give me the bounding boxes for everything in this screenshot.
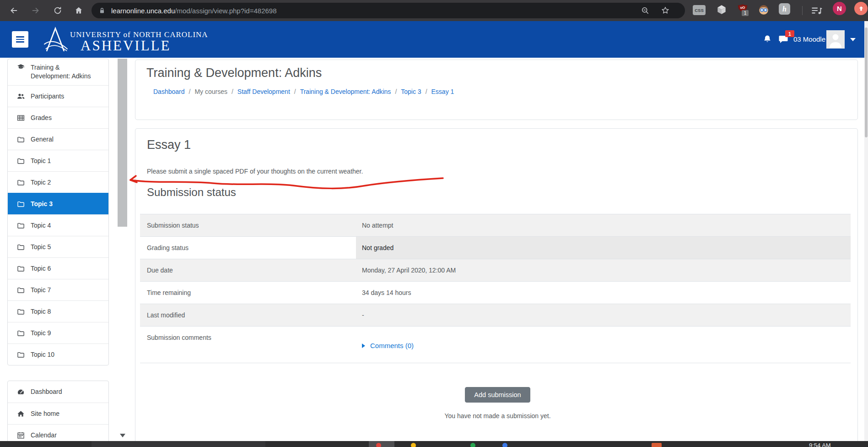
home-icon (17, 410, 25, 418)
sidebar-item-topic-10[interactable]: Topic 10 (8, 343, 108, 365)
svg-text:uO: uO (740, 5, 745, 10)
face-glasses-extension-icon[interactable] (757, 3, 770, 16)
sidebar-item-label: Site home (31, 409, 59, 418)
users-icon (17, 93, 25, 100)
bookmark-star-icon[interactable] (661, 6, 670, 15)
folder-icon (17, 222, 25, 229)
drawer-scrollbar-thumb[interactable] (118, 59, 127, 227)
folder-icon (17, 265, 25, 273)
add-submission-button[interactable]: Add submission (465, 387, 530, 403)
reload-icon[interactable] (50, 3, 65, 18)
update-arrow-icon[interactable] (854, 2, 868, 15)
row-value: Monday, 27 April 2020, 12:00 AM (356, 259, 851, 281)
triangle-right-icon (362, 343, 365, 348)
sidebar-item-label: Topic 4 (31, 221, 51, 230)
sidebar-item-dashboard[interactable]: Dashboard (8, 381, 108, 403)
no-submission-note: You have not made a submission yet. (147, 412, 848, 420)
sidebar-item-label: Topic 10 (31, 350, 54, 359)
hamburger-menu-button[interactable] (12, 31, 28, 48)
drawer-scroll-down-icon[interactable] (120, 434, 125, 437)
zoom-out-icon[interactable] (641, 6, 650, 15)
breadcrumb-item-dashboard[interactable]: Dashboard (153, 88, 185, 95)
sidebar-item-topic-2[interactable]: Topic 2 (8, 171, 108, 193)
button-row: Add submission (147, 387, 848, 403)
sidebar-item-topic-3[interactable]: Topic 3 (8, 193, 108, 214)
row-label: Submission status (140, 214, 356, 236)
sidebar-item-topic-1[interactable]: Topic 1 (8, 150, 108, 171)
toolbar-separator (802, 6, 803, 15)
sidebar-item-participants[interactable]: Participants (8, 85, 108, 107)
row-label: Due date (140, 259, 356, 281)
forward-icon[interactable] (28, 3, 43, 18)
browser-profile-avatar[interactable]: N (833, 2, 846, 15)
unca-logo-icon (43, 26, 69, 54)
sidebar-item-label: Participants (31, 92, 64, 101)
drawer-scrollbar[interactable] (118, 58, 127, 441)
assignment-description: Please submit a single spaced PDF of you… (147, 168, 848, 175)
folder-icon (17, 200, 25, 208)
sidebar-item-topic-5[interactable]: Topic 5 (8, 236, 108, 257)
taskbar-clock[interactable]: 9:54 AM (809, 442, 831, 447)
sidebar-item-label: Topic 1 (31, 157, 51, 165)
sidebar-item-label: Grades (31, 114, 52, 122)
graduation-cap-icon (17, 63, 25, 71)
playlist-queue-icon[interactable] (810, 5, 823, 16)
brand-campus: ASHEVILLE (81, 38, 171, 54)
grid-table-icon (17, 114, 25, 122)
taskbar-app-icon[interactable] (470, 443, 475, 447)
table-row-submission-status: Submission statusNo attempt (140, 214, 851, 237)
table-row-submission-comments: Submission commentsComments (0) (140, 327, 851, 363)
taskbar-active-app-tile[interactable] (369, 441, 394, 447)
taskbar-app-icon[interactable] (502, 443, 507, 447)
home-icon[interactable] (71, 3, 86, 18)
row-value: 34 days 14 hours (356, 282, 851, 304)
os-taskbar: 9:54 AM (0, 441, 868, 447)
taskbar-app-icon[interactable] (376, 443, 381, 447)
folder-icon (17, 243, 25, 251)
breadcrumb-separator: / (189, 88, 191, 95)
sidebar-item-general[interactable]: General (8, 128, 108, 150)
user-name[interactable]: 03 Moodle (793, 35, 825, 43)
assignment-title: Essay 1 (147, 138, 848, 152)
folder-icon (17, 329, 25, 337)
back-icon[interactable] (6, 3, 21, 18)
sidebar-item-topic-7[interactable]: Topic 7 (8, 279, 108, 300)
breadcrumb-item-staff-development[interactable]: Staff Development (237, 88, 290, 95)
taskbar-segment (92, 441, 265, 447)
comments-link[interactable]: Comments (0) (362, 342, 414, 349)
breadcrumb-item-training-development-adkins[interactable]: Training & Development: Adkins (300, 88, 391, 95)
sidebar-item-grades[interactable]: Grades (8, 107, 108, 128)
row-label: Last modified (140, 304, 356, 326)
folder-icon (17, 157, 25, 165)
sidebar-item-label: Training &Development: Adkins (31, 63, 91, 81)
page-scrollbar[interactable] (864, 21, 868, 441)
folder-icon (17, 351, 25, 359)
table-row-due-date: Due dateMonday, 27 April 2020, 12:00 AM (140, 259, 851, 282)
user-avatar[interactable] (826, 30, 845, 49)
breadcrumb-item-topic-3[interactable]: Topic 3 (401, 88, 421, 95)
taskbar-app-icon[interactable] (652, 443, 662, 447)
css-extension-icon[interactable]: CSS (693, 5, 706, 15)
breadcrumb-separator: / (395, 88, 397, 95)
sidebar-item-training-development-adkins[interactable]: Training &Development: Adkins (8, 59, 108, 85)
submission-status-heading: Submission status (147, 186, 848, 199)
taskbar-app-icon[interactable] (411, 443, 416, 447)
row-label: Time remaining (140, 282, 356, 304)
page-title: Training & Development: Adkins (146, 66, 857, 80)
breadcrumb-separator: / (232, 88, 233, 95)
breadcrumb-item-essay-1[interactable]: Essay 1 (431, 88, 454, 95)
sidebar-item-site-home[interactable]: Site home (8, 403, 108, 424)
notifications-bell-icon[interactable] (762, 34, 773, 45)
sidebar-item-topic-8[interactable]: Topic 8 (8, 300, 108, 322)
sidebar-item-label: Dashboard (31, 387, 62, 396)
address-bar[interactable]: learnonline.unca.edu/mod/assign/view.php… (92, 3, 685, 18)
page-scrollbar-thumb[interactable] (865, 27, 868, 137)
user-menu-caret-icon[interactable] (850, 38, 856, 41)
sidebar-item-topic-6[interactable]: Topic 6 (8, 257, 108, 279)
sidebar-item-topic-4[interactable]: Topic 4 (8, 214, 108, 236)
cube-extension-icon[interactable] (715, 3, 728, 16)
sidebar-item-topic-9[interactable]: Topic 9 (8, 322, 108, 343)
url-domain: learnonline.unca.edu (111, 7, 175, 15)
honey-extension-icon[interactable]: h (779, 3, 790, 15)
row-label: Grading status (140, 237, 356, 259)
